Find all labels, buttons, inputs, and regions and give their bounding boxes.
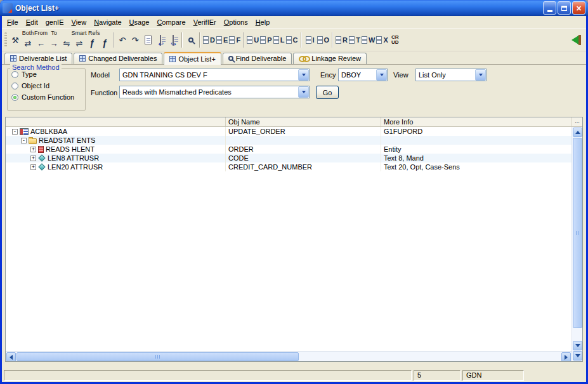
toolbar-e-button[interactable]: E [216,33,228,47]
table-row[interactable]: + READS HLENT ORDER Entity [6,145,582,154]
chevron-down-icon[interactable] [298,86,309,98]
radio-button-icon[interactable] [11,71,18,78]
menu-verifier[interactable]: VerifIEr [190,17,220,28]
collapse-icon[interactable]: - [21,138,27,143]
menu-view[interactable]: View [67,17,90,28]
menu-help[interactable]: Help [252,17,274,28]
tab-find-deliverable[interactable]: Find Deliverable [223,53,292,64]
scroll-down-button[interactable] [573,341,582,350]
from-arrow-icon[interactable]: ← [35,36,48,50]
vertical-scroll-thumb[interactable] [573,138,582,328]
radio-custom-function[interactable]: Custom Function [8,91,85,103]
toolbar-i-button[interactable]: I [304,33,317,47]
menu-usage[interactable]: Usage [126,17,154,28]
scroll-down-button[interactable] [573,351,582,361]
document-icon[interactable] [141,33,154,47]
tabbar: Deliverable List Changed Deliverables Ob… [2,51,586,65]
scroll-left-button[interactable] [6,352,16,362]
tab-linkage-review[interactable]: Linkage Review [293,53,367,64]
maximize-button[interactable] [558,1,571,15]
toolbar-d-button[interactable]: D [202,33,216,47]
titlebar[interactable]: Object List+ × [0,0,588,16]
menu-compare[interactable]: Compare [153,17,189,28]
find-user-icon[interactable] [185,33,197,47]
list-pair-icon [229,36,235,44]
chevron-down-icon[interactable] [475,69,486,81]
toolbar-x-button[interactable]: X [376,33,388,47]
jump-forward-icon[interactable]: ↷ [129,33,141,47]
close-button[interactable]: × [572,1,585,15]
table-row[interactable]: - ACBLKBAA UPDATE_ORDER G1FUPORD [6,127,582,136]
column-header-obj-name[interactable]: Obj Name [226,117,381,126]
radio-button-selected-icon[interactable] [11,94,18,101]
view-combobox[interactable]: List Only [415,69,487,81]
model-combobox[interactable]: GDN TRAINING CS DEV F [119,69,310,81]
horizontal-scrollbar[interactable] [6,351,572,361]
toolbar-c-button[interactable]: C [285,33,299,47]
grid-icon [79,55,86,62]
menu-genie[interactable]: genIE [42,17,68,28]
toolbar-t-button[interactable]: T [348,33,361,47]
smart-ref-left-icon[interactable]: ⇋ [60,36,73,50]
chevron-down-icon[interactable] [376,69,387,81]
column-options-button[interactable]: ... [572,117,582,126]
column-header-tree[interactable] [6,117,226,126]
radio-object-id[interactable]: Object Id [8,80,85,91]
radio-label: Type [22,70,37,78]
more-info-cell: G1FUPORD [381,128,582,135]
toolbar-p-button[interactable]: P [259,33,272,47]
toolbar-label-from: From [34,30,48,36]
horizontal-scroll-thumb[interactable] [16,352,299,361]
ency-combobox[interactable]: DBOY [338,69,388,81]
view-value: List Only [419,71,446,79]
scroll-up-button[interactable] [573,128,582,137]
function-down-icon[interactable]: ƒ [86,36,98,50]
obj-name-cell [226,136,381,145]
to-arrow-icon[interactable]: → [48,36,60,50]
menu-navigate[interactable]: Navigate [90,17,125,28]
tab-deliverable-list[interactable]: Deliverable List [4,53,72,64]
obj-name-cell: ORDER [226,145,381,154]
toolbar-crud-button[interactable]: CRUD [389,33,402,47]
minimize-button[interactable] [543,1,556,15]
tools-icon[interactable]: ⚒ [9,33,22,47]
function-combobox[interactable]: Reads with Mismatched Predicates [119,86,310,98]
menu-edit[interactable]: Edit [22,17,42,28]
chevron-down-icon[interactable] [298,69,309,81]
toolbar-l-button[interactable]: L [273,33,285,47]
toolbar-grip[interactable] [4,32,7,48]
both-arrows-icon[interactable]: ⇄ [22,36,34,50]
list-pair-icon [203,36,209,44]
expand-icon[interactable]: + [30,164,36,170]
toolbar-w-button[interactable]: W [361,33,376,47]
toolbar-f-button[interactable]: F [228,33,241,47]
function-up-icon[interactable]: ƒ [98,36,111,50]
expand-icon[interactable]: + [30,147,36,152]
vertical-scrollbar[interactable] [572,127,582,361]
tab-changed-deliverables[interactable]: Changed Deliverables [74,53,162,64]
document-export-icon[interactable]: ↪ [167,33,180,47]
radio-button-icon[interactable] [11,83,18,89]
expand-icon[interactable]: + [30,156,36,161]
table-row[interactable]: - READSTAT ENTS [6,136,582,145]
smart-ref-right-icon[interactable]: ⇌ [73,36,86,50]
menu-options[interactable]: Options [220,17,252,28]
go-button[interactable]: Go [316,86,339,99]
scroll-right-button[interactable] [561,352,571,362]
toolbar-u-button[interactable]: U [246,33,259,47]
table-row[interactable]: + LEN8 ATTRUSR CODE Text 8, Mand [6,154,582,162]
menu-file[interactable]: File [3,17,22,28]
list-pair-icon [317,36,323,44]
toolbar-r-button[interactable]: R [335,33,348,47]
object-icon [20,128,29,135]
toolbar-group-both: Both ⇄ [22,30,34,50]
exit-icon[interactable] [568,33,581,47]
list-pair-icon [273,36,279,44]
table-row[interactable]: + LEN20 ATTRUSR CREDIT_CARD_NUMBER Text … [6,162,582,171]
jump-back-icon[interactable]: ↶ [116,33,129,47]
tab-object-list[interactable]: Object List+ [164,52,221,65]
column-header-more-info[interactable]: More Info [381,117,572,126]
collapse-icon[interactable]: - [12,129,18,135]
document-import-icon[interactable]: ↩ [154,33,167,47]
toolbar-o-button[interactable]: O [317,33,330,47]
